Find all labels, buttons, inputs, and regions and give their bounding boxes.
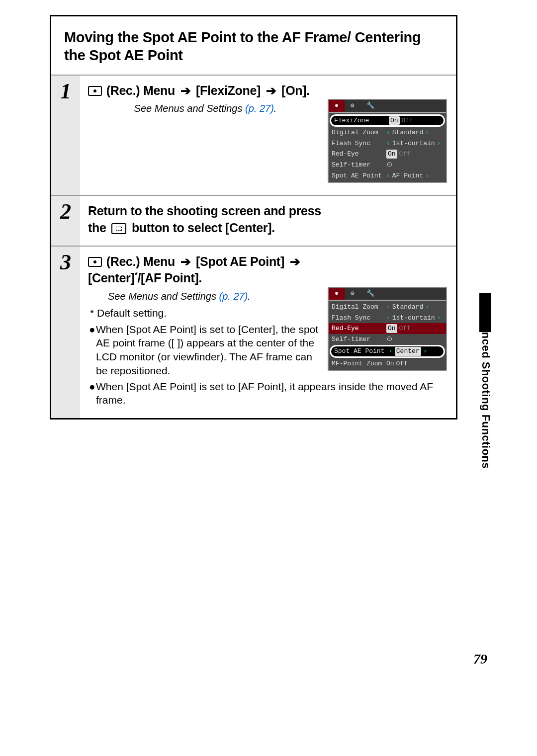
rec-menu-label: (Rec.) Menu xyxy=(106,84,175,97)
menu-row: Red-Eye OnOff xyxy=(329,149,446,160)
menu-row: Flash Sync ‹1st-curtain› xyxy=(329,138,446,149)
camera-menu-screenshot: ● ⚙ 🔧 Digital Zoom ‹Standard› Flash Sync… xyxy=(328,287,447,371)
arrow-right-icon: ➔ xyxy=(290,253,300,270)
step-heading: (Rec.) Menu ➔ [FlexiZone] ➔ [On]. xyxy=(88,83,447,99)
camera-menu-screenshot: ● ⚙ 🔧 FlexiZone On Off D xyxy=(328,99,447,183)
step-row: 3 (Rec.) Menu ➔ [Spot AE Point] ➔ [Cente… xyxy=(51,246,456,418)
menu-path-item: [On]. xyxy=(281,84,310,97)
menu-row-value: On Off xyxy=(389,116,441,125)
step-number: 1 xyxy=(51,76,80,195)
menu-row: MF-Point Zoom On Off xyxy=(329,358,446,369)
step-heading: (Rec.) Menu ➔ [Spot AE Point] ➔ [Center]… xyxy=(88,253,447,287)
step-body: (Rec.) Menu ➔ [FlexiZone] ➔ [On]. ● ⚙ 🔧 … xyxy=(80,76,456,195)
step-body: Return to the shooting screen and press … xyxy=(80,196,456,246)
step-heading: Return to the shooting screen and press … xyxy=(88,203,447,237)
menu-row: Spot AE Point ‹Center› xyxy=(330,345,445,358)
chapter-name: Advanced Shooting Functions xyxy=(479,304,492,469)
camera-rec-icon xyxy=(88,86,102,96)
menu-tab: 🔧 xyxy=(360,288,380,300)
bullet-text: When [Spot AE Point] is set to [Center],… xyxy=(96,323,323,378)
step-row: 2 Return to the shooting screen and pres… xyxy=(51,195,456,246)
step-number: 2 xyxy=(51,196,80,246)
list-item: ● When [Spot AE Point] is set to [Center… xyxy=(88,323,323,378)
arrow-right-icon: ➔ xyxy=(180,253,191,270)
menu-row: FlexiZone On Off xyxy=(330,114,445,127)
menu-tab: ● xyxy=(329,288,345,300)
menu-row: Flash Sync ‹1st-curtain› xyxy=(329,313,446,324)
page-reference-link[interactable]: (p. 27) xyxy=(245,103,274,114)
menu-row: Spot AE Point ‹AF Point› xyxy=(329,170,446,181)
manual-page: Moving the Spot AE Point to the AF Frame… xyxy=(50,15,457,420)
bullet-text: When [Spot AE Point] is set to [AF Point… xyxy=(96,380,447,407)
menu-tab: ⚙ xyxy=(345,100,360,112)
menu-row-label: FlexiZone xyxy=(334,116,389,125)
menu-row: Self-timer ⏲ xyxy=(329,160,446,170)
section-title: Moving the Spot AE Point to the AF Frame… xyxy=(51,16,456,75)
menu-rows: FlexiZone On Off Digital Zoom ‹Standard›… xyxy=(329,113,446,182)
menu-row: Digital Zoom ‹Standard› xyxy=(329,302,446,313)
step-number: 3 xyxy=(51,247,80,418)
list-item: ● When [Spot AE Point] is set to [AF Poi… xyxy=(88,380,447,407)
step-row: 1 (Rec.) Menu ➔ [FlexiZone] ➔ [On]. ● ⚙ … xyxy=(51,75,456,195)
bullet-icon: ● xyxy=(88,323,96,378)
camera-rec-icon xyxy=(88,257,102,267)
arrow-right-icon: ➔ xyxy=(180,83,191,99)
bullet-icon: ● xyxy=(88,380,96,407)
page-reference-link[interactable]: (p. 27) xyxy=(219,291,248,302)
af-frame-button-icon xyxy=(111,223,126,234)
step-body: (Rec.) Menu ➔ [Spot AE Point] ➔ [Center]… xyxy=(80,247,456,418)
arrow-right-icon: ➔ xyxy=(266,83,276,99)
menu-row: Red-Eye OnOff xyxy=(329,323,446,334)
chapter-side-tab: Advanced Shooting Functions xyxy=(476,293,491,517)
menu-path-item: [FlexiZone] xyxy=(196,84,261,97)
menu-row: Self-timer ⏲ xyxy=(329,334,446,345)
menu-tab: 🔧 xyxy=(360,100,380,112)
steps-container: 1 (Rec.) Menu ➔ [FlexiZone] ➔ [On]. ● ⚙ … xyxy=(51,75,456,419)
menu-tab: ⚙ xyxy=(345,288,360,300)
menu-tabs: ● ⚙ 🔧 xyxy=(329,100,446,113)
menu-tabs: ● ⚙ 🔧 xyxy=(329,288,446,301)
menu-row: Digital Zoom ‹Standard› xyxy=(329,127,446,138)
menu-rows: Digital Zoom ‹Standard› Flash Sync ‹1st-… xyxy=(329,301,446,370)
page-number: 79 xyxy=(473,651,487,667)
menu-tab: ● xyxy=(329,100,345,112)
